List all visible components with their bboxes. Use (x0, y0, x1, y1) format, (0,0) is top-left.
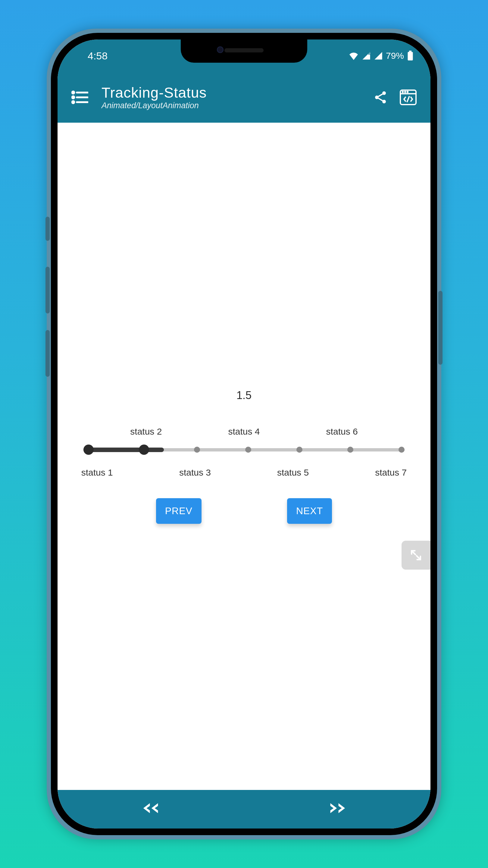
svg-point-14 (402, 92, 403, 93)
nav-next-icon[interactable] (327, 801, 348, 817)
expand-button[interactable] (401, 541, 430, 569)
battery-percent: 79% (386, 51, 404, 61)
nav-prev-icon[interactable] (140, 801, 162, 817)
status-right: x 79% (349, 51, 414, 61)
step-label-7: status 7 (366, 467, 415, 478)
header-titles: Tracking-Status Animated/LayoutAnimation (101, 84, 207, 110)
main-content: 1.5 . status 2 . status 4 . status 6 . (58, 123, 430, 790)
svg-point-9 (382, 91, 386, 95)
svg-point-11 (382, 100, 386, 103)
step-label-4: status 4 (220, 427, 269, 437)
share-icon[interactable] (373, 90, 388, 104)
step-label-6: status 6 (318, 427, 367, 437)
step-label-5: status 5 (268, 467, 318, 478)
front-camera (217, 46, 224, 53)
phone-volume-up (45, 267, 50, 313)
buttons-row: PREV NEXT (156, 498, 332, 524)
page-subtitle: Animated/LayoutAnimation (101, 101, 207, 110)
phone-power-button (438, 291, 443, 365)
status-time: 4:58 (78, 50, 107, 62)
step-dot-2[interactable] (139, 444, 149, 455)
step-dot-5[interactable] (296, 447, 302, 453)
code-window-icon[interactable] (400, 90, 417, 105)
app-bar: Tracking-Status Animated/LayoutAnimation (58, 72, 430, 123)
step-dot-4[interactable] (245, 447, 251, 453)
svg-text:x: x (368, 52, 370, 56)
svg-point-15 (405, 92, 406, 93)
prev-button[interactable]: PREV (156, 498, 201, 524)
svg-point-7 (72, 101, 74, 103)
svg-rect-2 (408, 52, 413, 60)
phone-bezel: 4:58 x 79% (51, 33, 437, 835)
step-label-1: status 1 (73, 467, 122, 478)
labels-top: . status 2 . status 4 . status 6 . (73, 427, 415, 437)
next-button[interactable]: NEXT (287, 498, 332, 524)
phone-side-button (45, 217, 50, 241)
step-dot-6[interactable] (347, 447, 353, 453)
svg-rect-1 (409, 51, 412, 52)
svg-point-5 (72, 96, 74, 98)
phone-notch (181, 38, 307, 63)
dots-row (84, 444, 404, 455)
signal-icon (374, 52, 383, 60)
expand-icon (410, 549, 423, 562)
step-label-3: status 3 (170, 467, 220, 478)
wifi-icon (349, 52, 359, 60)
step-dot-3[interactable] (194, 447, 200, 453)
signal-no-data-icon: x (362, 52, 371, 60)
page-background: 4:58 x 79% (0, 0, 488, 868)
svg-point-3 (72, 92, 74, 94)
phone-volume-down (45, 330, 50, 377)
tracker-value: 1.5 (236, 389, 252, 402)
svg-point-10 (375, 96, 379, 99)
svg-point-16 (407, 92, 408, 93)
step-label-2: status 2 (122, 427, 171, 437)
tracking-status: . status 2 . status 4 . status 6 . (73, 427, 415, 478)
labels-bottom: status 1 . status 3 . status 5 . status … (73, 467, 415, 478)
page-title: Tracking-Status (101, 84, 207, 101)
bottom-nav (58, 790, 430, 829)
phone-frame: 4:58 x 79% (47, 29, 441, 839)
step-dot-7[interactable] (398, 447, 404, 453)
menu-list-icon[interactable] (71, 90, 88, 104)
battery-icon (407, 51, 414, 61)
step-dot-1[interactable] (84, 444, 94, 455)
screen: 4:58 x 79% (58, 39, 430, 829)
